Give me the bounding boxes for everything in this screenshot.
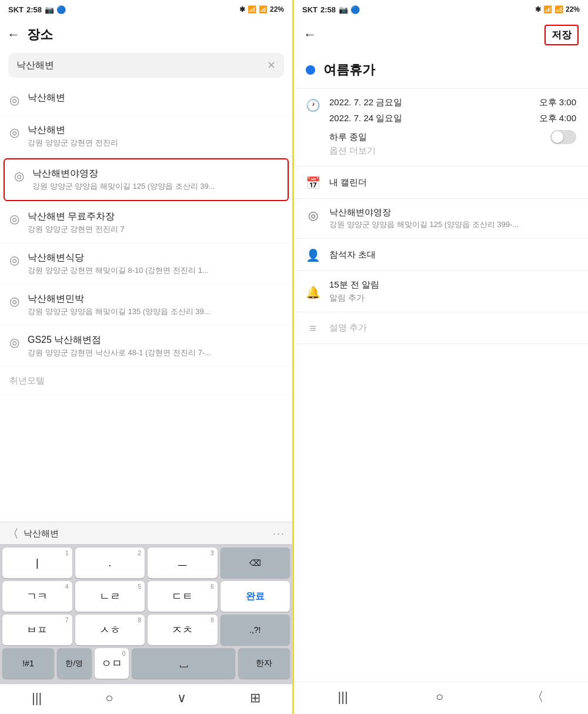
location-pin-icon: ◎ [9, 125, 19, 139]
keyboard-back-button[interactable]: 〈 [7, 526, 19, 542]
nav-apps-icon[interactable]: ⊞ [250, 690, 260, 706]
keyboard-search-text: 낙산해변 [24, 528, 268, 539]
location-list: ◎ 낙산해변 ◎ 낙산해변 강원 양양군 강현면 전진리 ◎ 낙산해변야영장 강… [0, 84, 292, 522]
search-input[interactable] [16, 60, 262, 71]
list-item-highlighted[interactable]: ◎ 낙산해변야영장 강원 양양군 양양읍 해맞이길 125 (양양읍 조산리 3… [4, 158, 289, 201]
status-right-right: ✱ 📶 📶 22% [535, 5, 580, 14]
location-pin-icon: ◎ [9, 93, 19, 107]
key-pipe[interactable]: |1 [2, 548, 72, 578]
key-gk[interactable]: ㄱㅋ4 [2, 581, 72, 612]
event-alarm-row[interactable]: 🔔 15분 전 알림 알림 추가 [294, 271, 588, 312]
more-options-button[interactable]: 옵션 더보기 [329, 144, 576, 158]
key-backspace[interactable]: ⌫ [220, 548, 290, 578]
all-day-label: 하루 종일 [329, 132, 367, 143]
keyboard-row-1: |1 .2 ㅡ3 ⌫ [2, 548, 290, 578]
back-button-right[interactable]: ← [303, 28, 316, 41]
location-name: 낙산해변 무료주차장 [28, 211, 125, 223]
location-address: 강원 양양군 강현면 전진리 7 [28, 224, 125, 235]
signal-icon-left: 📶 [259, 5, 268, 14]
keyboard-row-2: ㄱㅋ4 ㄴㄹ5 ㄷㅌ6 완료 [2, 581, 290, 612]
bluetooth-icon-left: ✱ [239, 5, 245, 14]
calendar-icon: 📅 [306, 176, 320, 190]
location-name: 낙산해변식당 [28, 252, 209, 264]
status-left-right: SKT 2:58 📷 🔵 [302, 5, 360, 14]
keyboard-row-4: !#1 한/영 ㅇㅁ0 ⎵ 한자 [2, 648, 290, 679]
keyboard-more-button[interactable]: ··· [273, 528, 285, 540]
event-datetime-row[interactable]: 🕐 2022. 7. 22 금요일 오후 3:00 2022. 7. 24 일요… [294, 89, 588, 166]
all-day-toggle[interactable] [550, 130, 576, 144]
attendees-label: 참석자 초대 [329, 249, 376, 261]
key-jc[interactable]: ㅈㅊ9 [148, 615, 218, 645]
search-bar[interactable]: ✕ [8, 53, 284, 78]
nav-bar-left: ||| ○ ∨ ⊞ [0, 684, 292, 714]
event-title: 여름휴가 [323, 61, 375, 79]
location-address: 강원 양양군 강현면 전진리 [28, 138, 118, 148]
status-left: SKT 2:58 📷 🔵 [8, 5, 66, 14]
nav-home-icon-right[interactable]: ○ [436, 689, 443, 705]
key-nr[interactable]: ㄴㄹ5 [75, 581, 145, 612]
key-space[interactable]: ⎵ [132, 648, 235, 679]
list-item[interactable]: ◎ 낙산해변민박 강원 양양군 양양읍 해맞이길 135 (양양읍 조산리 39… [0, 285, 292, 326]
keyboard: |1 .2 ㅡ3 ⌫ ㄱㅋ4 ㄴㄹ5 ㄷㅌ6 완료 ㅂㅍ7 ㅅㅎ8 ㅈㅊ9 .,… [0, 544, 292, 684]
list-item[interactable]: ◎ GS25 낙산해변점 강원 양양군 강현면 낙산사로 48-1 (강현면 전… [0, 326, 292, 367]
event-calendar-row[interactable]: 📅 내 캘린더 [294, 166, 588, 199]
keyboard-bar: 〈 낙산해변 ··· [0, 522, 292, 544]
location-name: GS25 낙산해변점 [28, 334, 211, 346]
status-icons-left: 📷 🔵 [45, 5, 66, 14]
left-panel: SKT 2:58 📷 🔵 ✱ 📶 📶 22% ← 장소 ✕ ◎ 낙산해변 ◎ [0, 0, 294, 714]
calendar-label: 내 캘린더 [329, 177, 367, 188]
event-content: 여름휴가 🕐 2022. 7. 22 금요일 오후 3:00 2022. 7. … [294, 51, 588, 682]
location-pin-icon: ◎ [9, 294, 19, 308]
wifi-icon-left: 📶 [248, 5, 256, 14]
location-name: 낙산해변 [28, 124, 118, 136]
event-attendees-row[interactable]: 👤 참석자 초대 [294, 239, 588, 271]
key-dash[interactable]: ㅡ3 [148, 548, 218, 578]
location-name: 낙산해변 [28, 92, 65, 104]
right-panel: SKT 2:58 📷 🔵 ✱ 📶 📶 22% ← 저장 여름휴가 🕐 2022.… [294, 0, 588, 714]
location-address: 강원 양양군 양양읍 해맞이길 125 (양양읍 조산리 39... [32, 181, 215, 192]
event-end-date: 2022. 7. 24 일요일 [329, 113, 402, 124]
nav-menu-icon[interactable]: ||| [32, 690, 42, 706]
time-left: 2:58 [26, 5, 42, 14]
keyboard-row-3: ㅂㅍ7 ㅅㅎ8 ㅈㅊ9 .,?! [2, 615, 290, 645]
list-item[interactable]: ◎ 낙산해변 강원 양양군 강현면 전진리 [0, 116, 292, 157]
event-location-row[interactable]: ◎ 낙산해변야영장 강원 양양군 양양읍 해맞이길 125 (양양읍 조산리 3… [294, 199, 588, 239]
list-item[interactable]: ◎ 낙산해변 [0, 84, 292, 116]
location-pin-icon: ◎ [9, 253, 19, 267]
add-alarm-label[interactable]: 알림 추가 [329, 293, 379, 303]
nav-back-icon-right[interactable]: 〈 [531, 688, 544, 706]
status-icons-right: 📷 🔵 [339, 5, 360, 14]
battery-right: 22% [566, 5, 580, 14]
key-sh[interactable]: ㅅㅎ8 [75, 615, 145, 645]
back-button-left[interactable]: ← [7, 28, 20, 41]
location-pin-icon: ◎ [14, 169, 24, 183]
event-description-row[interactable]: ≡ 설명 추가 [294, 312, 588, 344]
location-pin-icon: ◎ [9, 212, 19, 226]
nav-bar-right: ||| ○ 〈 [294, 682, 588, 714]
bluetooth-icon-right: ✱ [535, 5, 541, 14]
clear-button[interactable]: ✕ [267, 59, 276, 72]
clock-icon: 🕐 [306, 98, 320, 112]
location-address: 강원 양양군 강현면 해맞이길 8-10 (강현면 전진리 1... [28, 265, 209, 276]
key-lang-toggle[interactable]: 한/영 [57, 648, 92, 679]
key-bp[interactable]: ㅂㅍ7 [2, 615, 72, 645]
bell-icon: 🔔 [306, 285, 320, 299]
key-dot[interactable]: .2 [75, 548, 145, 578]
event-start-time: 오후 3:00 [539, 97, 576, 108]
status-bar-right: SKT 2:58 📷 🔵 ✱ 📶 📶 22% [294, 0, 588, 19]
key-special-chars[interactable]: !#1 [2, 648, 54, 679]
key-hanja[interactable]: 한자 [238, 648, 290, 679]
list-item[interactable]: ◎ 낙산해변 무료주차장 강원 양양군 강현면 전진리 7 [0, 202, 292, 243]
list-item[interactable]: ◎ 낙산해변식당 강원 양양군 강현면 해맞이길 8-10 (강현면 전진리 1… [0, 243, 292, 285]
list-item-partial[interactable]: 취년모텔 [0, 367, 292, 395]
key-confirm[interactable]: 완료 [220, 581, 290, 612]
key-punctuation[interactable]: .,?! [220, 615, 290, 645]
key-dt[interactable]: ㄷㅌ6 [148, 581, 218, 612]
save-button[interactable]: 저장 [544, 25, 579, 45]
nav-home-icon[interactable]: ○ [105, 690, 113, 706]
nav-menu-icon-right[interactable]: ||| [338, 689, 348, 705]
event-color-dot [306, 65, 315, 75]
nav-back-icon[interactable]: ∨ [177, 690, 186, 706]
location-address: 강원 양양군 양양읍 해맞이길 135 (양양읍 조산리 39... [28, 306, 211, 317]
key-om[interactable]: ㅇㅁ0 [95, 648, 129, 679]
